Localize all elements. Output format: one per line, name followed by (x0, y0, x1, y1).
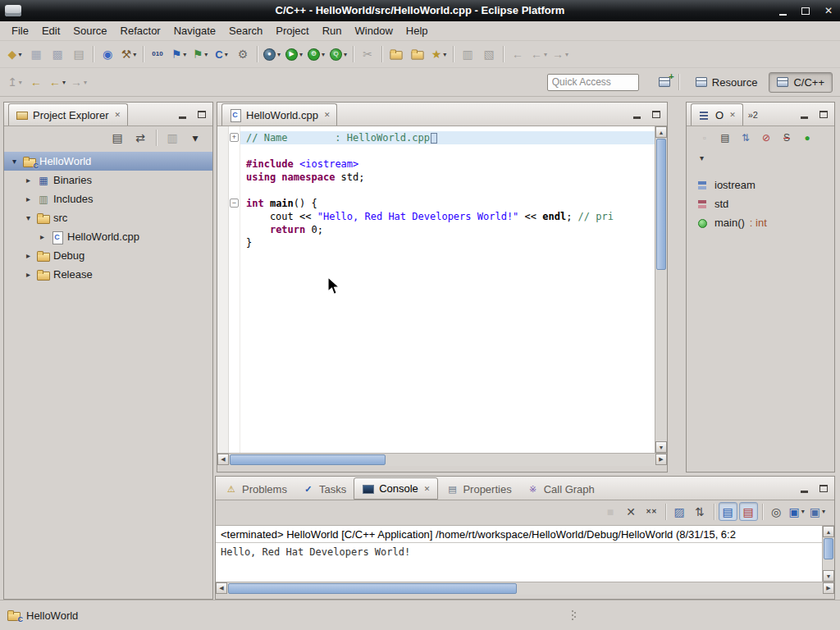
menu-file[interactable]: File (5, 23, 35, 39)
code-area[interactable]: // Name : HelloWorld.cpp#include <iostre… (240, 126, 655, 453)
scrollbar-thumb[interactable] (824, 538, 833, 559)
binary-console-button[interactable]: 010 (148, 44, 167, 64)
open-console-dropdown[interactable]: ▾ (822, 508, 825, 515)
scroll-left-icon[interactable]: ◀ (217, 454, 229, 465)
clear-console-button[interactable]: ▨ (670, 502, 689, 521)
show-console-stderr-button[interactable]: ▤ (739, 502, 758, 521)
forward-dropdown[interactable]: ▾ (565, 51, 568, 58)
tree-item-helloworld[interactable]: ▾CHelloWorld (4, 152, 212, 171)
code-line[interactable]: #include <iostream> (240, 158, 655, 171)
open-console-button[interactable]: ▣▾ (808, 502, 827, 521)
make-targets-button[interactable]: ⚙ (233, 44, 253, 64)
maximize-view-button[interactable] (194, 107, 208, 121)
perspective-resource[interactable]: Resource (687, 72, 766, 93)
debug-dropdown[interactable]: ▾ (277, 51, 281, 58)
q-launch-button[interactable]: Q▾ (328, 44, 349, 64)
tab-helloworld-cpp[interactable]: HelloWorld.cpp ✕ (221, 103, 337, 126)
link-with-editor-button[interactable]: ● (798, 129, 816, 147)
search-dropdown[interactable]: ▾ (443, 51, 446, 58)
remove-launch-button[interactable]: ✕ (622, 502, 641, 521)
open-resource-button[interactable] (386, 44, 406, 64)
scroll-lock-button[interactable]: ⇅ (691, 502, 710, 521)
outline-item-main[interactable]: main() : int (687, 213, 834, 232)
back-dropdown[interactable]: ▾ (544, 51, 547, 58)
hide-static-button[interactable]: S (778, 129, 796, 147)
menu-project[interactable]: Project (269, 23, 315, 39)
outline-item-iostream[interactable]: iostream (687, 176, 834, 194)
tree-item-helloworld-cpp[interactable]: ▸HelloWorld.cpp (4, 227, 212, 246)
sash-gripper[interactable] (572, 610, 573, 612)
tab-project-explorer[interactable]: Project Explorer ✕ (8, 103, 128, 126)
scroll-left-icon[interactable]: ◀ (216, 582, 227, 594)
tree-item-src[interactable]: ▾src (4, 208, 212, 227)
external-tools-button[interactable]: ⚙▾ (306, 44, 326, 64)
view-menu-button[interactable]: ▾ (185, 128, 205, 148)
tree-item-debug[interactable]: ▸Debug (4, 246, 212, 265)
run-dropdown[interactable]: ▾ (299, 51, 303, 58)
debug-button[interactable]: ●▾ (262, 44, 282, 64)
close-icon[interactable]: ✕ (324, 111, 331, 119)
outline-view-menu[interactable]: ▾ (700, 153, 704, 162)
scrollbar-thumb[interactable] (228, 583, 517, 594)
maximize-view-button[interactable] (649, 107, 663, 121)
link-with-editor-button[interactable]: ⇄ (130, 128, 150, 148)
close-button[interactable]: ✕ (820, 2, 837, 19)
run-toggle-dropdown[interactable]: ▾ (204, 51, 208, 58)
code-line[interactable]: } (240, 236, 655, 249)
tab-call-graph[interactable]: Call Graph (519, 478, 602, 500)
scroll-up-icon[interactable]: ▲ (823, 526, 834, 537)
tree-item-binaries[interactable]: ▸Binaries (4, 171, 212, 189)
close-icon[interactable]: ✕ (114, 111, 121, 119)
menu-help[interactable]: Help (399, 23, 435, 39)
menu-edit[interactable]: Edit (35, 23, 66, 39)
pin-console-button[interactable]: ◎ (767, 502, 786, 521)
minimize-button[interactable] (774, 2, 791, 19)
scroll-right-icon[interactable]: ▶ (655, 454, 667, 465)
code-line[interactable]: int main() { (240, 197, 655, 210)
menu-source[interactable]: Source (66, 23, 113, 39)
collapse-all-button[interactable]: ▤ (107, 128, 127, 148)
show-console-stdout-button[interactable]: ▤ (719, 502, 737, 521)
new-wizard-dropdown[interactable]: ▾ (18, 51, 21, 58)
last-edit-location-button[interactable]: ← (26, 72, 46, 92)
menu-refactor[interactable]: Refactor (114, 23, 167, 39)
fold-plus-icon[interactable]: + (230, 133, 239, 142)
build-all-dropdown[interactable]: ▾ (133, 51, 136, 58)
quick-access-input[interactable] (547, 74, 639, 91)
build-active-config-button[interactable]: C▾ (212, 44, 231, 64)
editor-hscrollbar[interactable]: ◀ ▶ (217, 453, 667, 466)
console-vscrollbar[interactable]: ▲ ▼ (822, 526, 834, 582)
code-line[interactable]: cout << "Hello, Red Hat Developers World… (240, 210, 655, 223)
back-dropdown[interactable]: ▾ (62, 79, 66, 86)
hide-fields-button[interactable]: ⊘ (757, 129, 775, 147)
expand-arrow-icon[interactable]: ▸ (37, 232, 48, 241)
code-line[interactable] (240, 144, 655, 158)
scrollbar-thumb[interactable] (230, 454, 386, 465)
tree-item-release[interactable]: ▸Release (4, 265, 212, 284)
expand-arrow-icon[interactable]: ▾ (23, 213, 34, 222)
menu-window[interactable]: Window (349, 23, 399, 39)
editor-vscrollbar[interactable]: ▲ ▼ (655, 126, 667, 453)
search-button[interactable]: ★▾ (429, 44, 449, 64)
maximize-button[interactable] (797, 2, 814, 19)
new-wizard-button[interactable]: ◆▾ (5, 44, 25, 64)
tab-outline[interactable]: O ✕ (691, 103, 743, 126)
annotation-ruler[interactable] (217, 126, 229, 453)
menu-navigate[interactable]: Navigate (167, 23, 222, 39)
tab-console[interactable]: Console✕ (354, 477, 438, 500)
code-line[interactable]: // Name : HelloWorld.cpp (240, 131, 655, 144)
minimize-view-button[interactable] (797, 482, 811, 495)
collapse-all-button[interactable]: ▤ (716, 129, 734, 147)
outline-item-std[interactable]: std (687, 194, 834, 213)
scrollbar-thumb[interactable] (656, 139, 666, 270)
open-project-button[interactable] (408, 44, 427, 64)
forward-dropdown[interactable]: ▾ (84, 79, 87, 86)
code-line[interactable]: using namespace std; (240, 171, 655, 184)
minimize-view-button[interactable] (176, 107, 189, 121)
new-cpp-project-button[interactable]: ◉ (98, 44, 117, 64)
minimize-view-button[interactable] (630, 107, 644, 121)
remove-all-launches-button[interactable]: ✕✕ (642, 502, 661, 521)
expand-arrow-icon[interactable]: ▸ (23, 194, 34, 203)
tab-problems[interactable]: Problems (217, 478, 294, 500)
fold-margin[interactable]: +− (229, 126, 240, 453)
